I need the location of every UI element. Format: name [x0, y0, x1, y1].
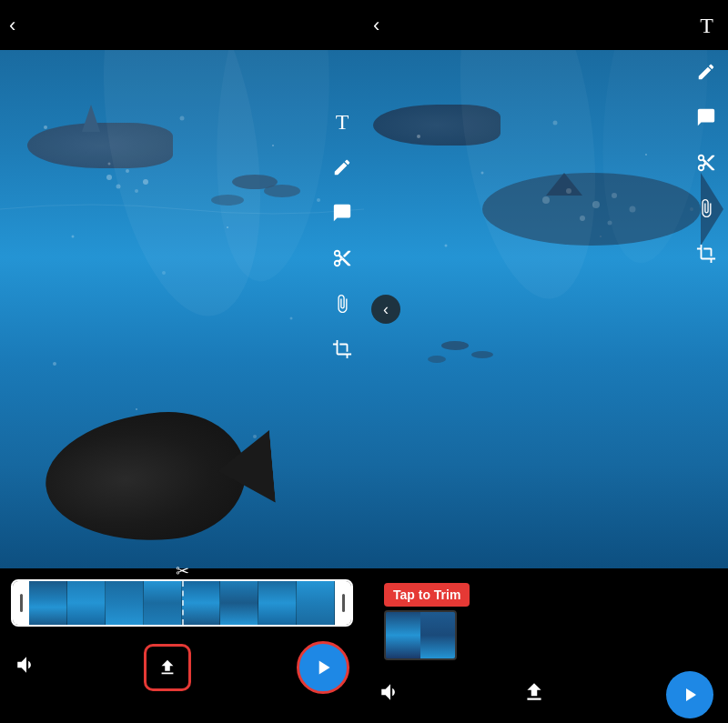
mid-back-button[interactable]: ‹	[371, 295, 400, 324]
video-thumbnail[interactable]	[384, 610, 457, 660]
thumb-frame-2	[420, 612, 455, 658]
timeline-handle-right[interactable]	[335, 581, 351, 625]
svg-point-0	[44, 126, 47, 129]
svg-point-2	[180, 116, 185, 121]
left-timeline-container: ✂	[11, 579, 353, 627]
link-tool-left[interactable]	[328, 289, 357, 318]
svg-point-29	[482, 173, 701, 246]
frame-7	[258, 581, 297, 625]
svg-point-18	[126, 169, 129, 173]
svg-point-28	[600, 236, 602, 237]
sticker-tool-right[interactable]	[692, 103, 721, 132]
timeline-frames	[29, 581, 335, 625]
svg-point-32	[566, 188, 571, 194]
svg-point-16	[211, 195, 244, 206]
svg-point-41	[428, 356, 446, 363]
frame-8	[297, 581, 335, 625]
left-video-bg	[0, 50, 364, 568]
right-back-button[interactable]: ‹	[373, 14, 379, 37]
left-timeline[interactable]	[11, 579, 353, 627]
svg-point-19	[143, 179, 148, 185]
svg-point-21	[116, 185, 121, 189]
svg-point-24	[553, 121, 558, 126]
share-icon-right[interactable]	[522, 680, 546, 709]
frame-1	[29, 581, 67, 625]
svg-marker-30	[546, 173, 582, 196]
svg-point-33	[592, 201, 600, 208]
tap-to-trim-label[interactable]: Tap to Trim	[384, 583, 470, 607]
play-button-left[interactable]	[297, 641, 349, 694]
frame-4	[144, 581, 182, 625]
tap-to-trim-area: Tap to Trim	[384, 583, 717, 660]
frame-2	[67, 581, 106, 625]
text-tool-left[interactable]: T	[328, 107, 357, 136]
svg-point-14	[232, 175, 278, 189]
svg-point-8	[290, 317, 293, 320]
scissors-tool-right[interactable]	[692, 148, 721, 177]
timeline-scissors-icon: ✂	[176, 561, 189, 581]
right-toolbar	[692, 50, 721, 268]
fish-large-left	[40, 406, 250, 550]
scissors-tool-left[interactable]	[328, 244, 357, 273]
crop-tool-left[interactable]	[328, 335, 357, 364]
svg-point-10	[136, 408, 137, 410]
left-bottom-controls	[11, 634, 353, 701]
right-video-bg	[364, 50, 728, 568]
svg-point-25	[645, 154, 647, 156]
svg-point-6	[227, 226, 228, 228]
left-toolbar: T	[328, 100, 357, 364]
right-bottom-controls	[375, 660, 717, 723]
svg-point-15	[264, 185, 300, 197]
pencil-tool-left[interactable]	[328, 153, 357, 182]
svg-point-20	[135, 189, 138, 193]
share-button-left[interactable]	[144, 644, 191, 691]
link-tool-right[interactable]	[692, 194, 721, 223]
svg-point-13	[205, 50, 342, 286]
sticker-tool-left[interactable]	[328, 198, 357, 227]
frame-3	[106, 581, 144, 625]
volume-icon-right[interactable]	[379, 680, 402, 709]
svg-point-4	[317, 198, 320, 202]
svg-point-39	[441, 341, 469, 350]
svg-point-36	[580, 216, 585, 221]
timeline-dashed-line	[182, 581, 184, 625]
left-back-button[interactable]: ‹	[9, 14, 15, 37]
pencil-tool-right[interactable]	[692, 57, 721, 86]
svg-point-9	[53, 362, 56, 366]
svg-point-31	[542, 196, 550, 204]
left-video-area: T	[0, 50, 364, 568]
crop-tool-right[interactable]	[692, 239, 721, 268]
svg-point-7	[162, 271, 166, 275]
volume-icon-left[interactable]	[15, 653, 38, 682]
frame-5	[182, 581, 220, 625]
svg-point-12	[78, 50, 285, 328]
left-bottom-area: ✂	[0, 568, 364, 723]
timeline-handle-left[interactable]	[13, 581, 29, 625]
svg-point-5	[72, 236, 75, 238]
svg-point-27	[445, 245, 448, 247]
right-bottom-area: Tap to Trim	[364, 568, 728, 723]
svg-point-3	[272, 145, 274, 146]
frame-6	[220, 581, 258, 625]
svg-point-42	[440, 50, 615, 307]
svg-point-35	[630, 206, 636, 213]
right-panel: ‹ T	[364, 0, 728, 723]
svg-point-23	[481, 172, 484, 175]
text-tool-right-top[interactable]: T	[700, 13, 713, 37]
left-panel: ‹	[0, 0, 364, 723]
left-top-bar: ‹	[0, 0, 364, 50]
fish-shark-right	[373, 105, 500, 146]
svg-point-40	[471, 351, 493, 358]
play-button-right[interactable]	[666, 671, 713, 718]
svg-point-34	[612, 193, 617, 198]
right-video-area: ‹	[364, 50, 728, 568]
fish-shark-left	[27, 123, 173, 168]
svg-point-37	[608, 221, 612, 226]
right-top-bar: ‹ T	[364, 0, 728, 50]
svg-point-17	[106, 175, 112, 180]
svg-point-11	[253, 435, 257, 438]
thumb-frame-1	[386, 612, 420, 658]
